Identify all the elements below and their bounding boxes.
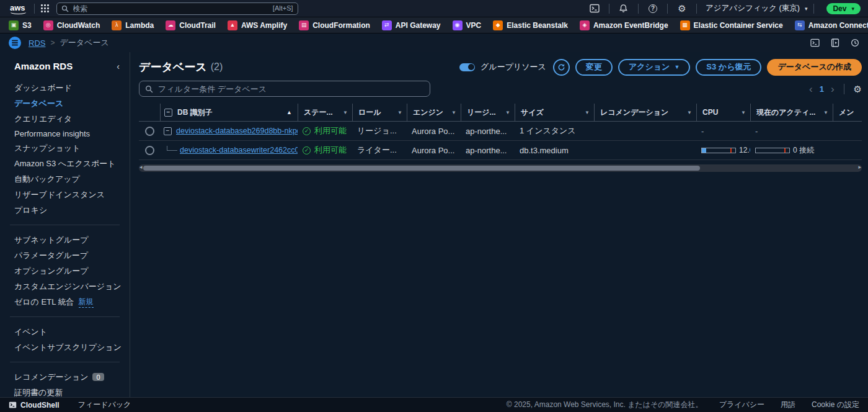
cloudshell-icon[interactable]	[587, 2, 603, 15]
favorite-elastic-beanstalk[interactable]: ◆Elastic Beanstalk	[493, 20, 568, 30]
favorite-cloudtrail[interactable]: ☁CloudTrail	[166, 20, 216, 30]
favorite-lambda[interactable]: λLambda	[112, 20, 154, 30]
filter-caret-icon[interactable]: ▼	[738, 110, 746, 115]
column-header-recommendation[interactable]: レコメンデーション▼	[594, 104, 696, 121]
pagination-prev-icon[interactable]: ‹	[809, 84, 813, 94]
cloudshell-panel-icon[interactable]	[810, 38, 820, 47]
account-menu[interactable]: Dev ▾	[826, 3, 861, 14]
notifications-bell-icon[interactable]	[616, 2, 632, 15]
aws-logo[interactable]: aws	[7, 3, 28, 14]
breadcrumb-rds-link[interactable]: RDS	[29, 38, 45, 48]
restore-from-s3-button[interactable]: S3 から復元	[696, 59, 761, 76]
recent-history-icon[interactable]	[851, 38, 859, 47]
favorite-eventbridge[interactable]: ◈Amazon EventBridge	[580, 20, 668, 30]
sidebar-item-databases[interactable]: データベース	[0, 96, 130, 111]
pagination-next-icon[interactable]: ›	[831, 84, 835, 94]
sort-ascending-icon[interactable]: ▲	[286, 109, 293, 115]
sidebar-item-proxies[interactable]: プロキシ	[0, 202, 130, 218]
modify-button[interactable]: 変更	[575, 59, 613, 76]
cloudshell-footer-button[interactable]: CloudShell	[9, 401, 60, 410]
favorite-s3[interactable]: ▣S3	[9, 20, 32, 30]
copyright-text: © 2025, Amazon Web Services, Inc. またはその関…	[507, 400, 703, 410]
scrollbar-thumb[interactable]	[143, 166, 700, 171]
privacy-link[interactable]: プライバシー	[719, 400, 764, 410]
vpc-icon: ◉	[453, 20, 463, 30]
filter-caret-icon[interactable]: ▼	[684, 110, 692, 115]
page-title-count: (2)	[211, 61, 223, 73]
ecs-icon: ▦	[680, 20, 690, 30]
filter-caret-icon[interactable]: ▼	[821, 110, 828, 115]
filter-caret-icon[interactable]: ▼	[449, 110, 456, 115]
column-header-cpu[interactable]: CPU▼	[696, 104, 750, 121]
scroll-right-icon[interactable]: ▸	[858, 164, 861, 170]
terms-link[interactable]: 用語	[781, 400, 795, 410]
sidebar-collapse-icon[interactable]: ‹	[117, 61, 120, 71]
sidebar-item-custom-engine-versions[interactable]: カスタムエンジンバージョン	[0, 279, 130, 294]
divider	[10, 316, 120, 317]
sidebar-item-parameter-groups[interactable]: パラメータグループ	[0, 248, 130, 263]
filter-caret-icon[interactable]: ▼	[395, 110, 402, 115]
sidebar-item-zero-etl[interactable]: ゼロの ETL 統合 新規	[0, 294, 130, 310]
column-header-region[interactable]: リージ...▼	[461, 104, 515, 121]
favorite-amplify[interactable]: ▲AWS Amplify	[228, 20, 287, 30]
eventbridge-icon: ◈	[580, 20, 590, 30]
settings-gear-icon[interactable]: ⚙	[674, 2, 690, 15]
create-database-button[interactable]: データベースの作成	[767, 59, 862, 76]
sidebar-item-dashboard[interactable]: ダッシュボード	[0, 80, 130, 96]
services-menu-icon[interactable]	[41, 4, 49, 12]
scroll-left-icon[interactable]: ◂	[140, 164, 143, 170]
column-header-size[interactable]: サイズ▼	[515, 104, 594, 121]
favorite-connect[interactable]: ⇆Amazon Connect	[795, 20, 868, 30]
search-input[interactable]	[56, 2, 298, 15]
sidebar-item-s3-export[interactable]: Amazon S3 へエクスポート	[0, 156, 130, 171]
column-header-current-activity[interactable]: 現在のアクティ...▼	[750, 104, 833, 121]
column-header-status[interactable]: ステー...▼	[298, 104, 352, 121]
actions-button[interactable]: アクション ▼	[618, 59, 690, 76]
sidebar-item-subnet-groups[interactable]: サブネットグループ	[0, 232, 130, 248]
collapse-row-icon[interactable]: −	[164, 127, 172, 135]
favorite-vpc[interactable]: ◉VPC	[453, 20, 482, 30]
filter-caret-icon[interactable]: ▼	[503, 110, 510, 115]
sidebar-item-automated-backups[interactable]: 自動バックアップ	[0, 171, 130, 187]
sidebar-item-events[interactable]: イベント	[0, 324, 130, 339]
region-cell: ap-northe...	[461, 127, 515, 136]
region-cell: ap-northe...	[461, 146, 515, 155]
pagination-current-page[interactable]: 1	[820, 84, 824, 94]
row-radio[interactable]	[145, 146, 154, 155]
sidebar-item-certificate-update[interactable]: 証明書の更新	[0, 385, 130, 400]
column-header-role[interactable]: ロール▼	[352, 104, 407, 121]
sidebar-item-snapshots[interactable]: スナップショット	[0, 140, 130, 156]
row-radio[interactable]	[145, 127, 154, 136]
column-header-engine[interactable]: エンジン▼	[407, 104, 461, 121]
db-instance-link[interactable]: deviostack-databasewriter2462cc03-c	[180, 146, 298, 154]
tutorials-icon[interactable]	[831, 38, 839, 47]
column-header-maintenance[interactable]: メン	[833, 104, 862, 121]
column-label: CPU	[702, 108, 718, 117]
sidebar-item-performance-insights[interactable]: Performance insights	[0, 127, 130, 140]
group-resources-toggle[interactable]	[459, 63, 475, 71]
region-selector[interactable]: アジアパシフィック (東京)	[706, 3, 800, 14]
feedback-link[interactable]: フィードバック	[78, 400, 131, 410]
sidebar-item-event-subscriptions[interactable]: イベントサブスクリプション	[0, 339, 130, 355]
column-header-db-identifier[interactable]: − DB 識別子 ▲	[160, 104, 298, 121]
favorites-bar: ▣S3 ◎CloudWatch λLambda ☁CloudTrail ▲AWS…	[0, 17, 868, 34]
favorite-api-gateway[interactable]: ⇄API Gateway	[382, 20, 441, 30]
cookie-settings-link[interactable]: Cookie の設定	[812, 400, 859, 410]
favorite-cloudformation[interactable]: ▤CloudFormation	[299, 20, 370, 30]
filter-caret-icon[interactable]: ▼	[582, 110, 590, 115]
table-preferences-gear-icon[interactable]: ⚙	[854, 84, 862, 94]
sidebar-item-option-groups[interactable]: オプショングループ	[0, 263, 130, 279]
horizontal-scrollbar[interactable]: ◂ ▸	[139, 164, 862, 172]
favorite-ecs[interactable]: ▦Elastic Container Service	[680, 20, 783, 30]
refresh-button[interactable]	[553, 59, 570, 76]
sidebar-item-reserved-instances[interactable]: リザーブドインスタンス	[0, 187, 130, 202]
filter-caret-icon[interactable]: ▼	[340, 110, 348, 115]
filter-input[interactable]	[139, 81, 430, 97]
help-icon[interactable]: ?	[645, 2, 661, 15]
side-menu-icon[interactable]	[9, 37, 21, 49]
db-cluster-link[interactable]: deviostack-databaseb269d8bb-nkpqsd4e	[176, 127, 298, 135]
collapse-all-icon[interactable]: −	[164, 109, 172, 117]
sidebar-item-query-editor[interactable]: クエリエディタ	[0, 111, 130, 127]
favorite-cloudwatch[interactable]: ◎CloudWatch	[43, 20, 100, 30]
sidebar-item-recommendations[interactable]: レコメンデーション 0	[0, 369, 130, 385]
